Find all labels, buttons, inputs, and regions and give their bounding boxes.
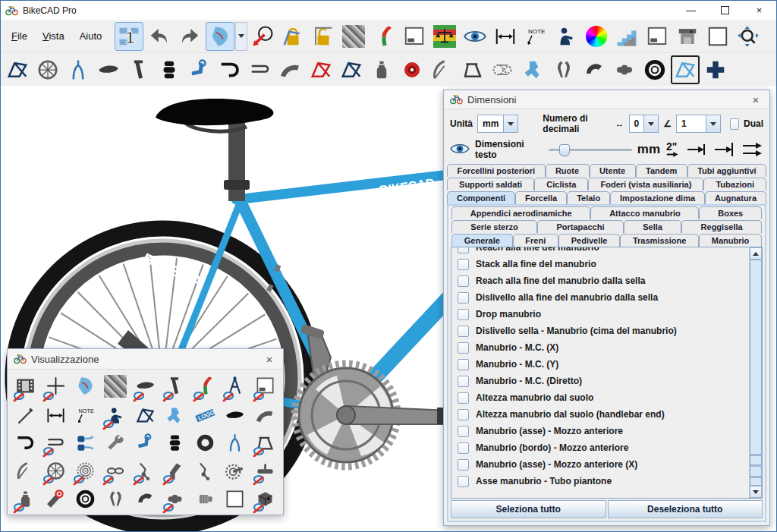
frame-decal-2-icon[interactable] [337, 55, 366, 84]
dimension-list-item[interactable]: Manubrio (asse) - Mozzo anteriore (X) [458, 456, 749, 473]
derailleur-icon[interactable] [131, 457, 160, 485]
tab-appendici-aerodinamiche[interactable]: Appendici aerodinamiche [451, 206, 590, 219]
tab-forcella[interactable]: Forcella [515, 191, 567, 204]
color-wheel-icon[interactable] [582, 22, 611, 51]
item-checkbox[interactable] [458, 275, 469, 287]
item-checkbox[interactable] [458, 342, 469, 354]
tab-trasmissione[interactable]: Trasmissione [620, 234, 699, 247]
combo-arrow-icon[interactable] [503, 115, 517, 132]
tire-icon[interactable] [640, 55, 669, 84]
dimension-list-item[interactable]: Manubrio (asse) - Mozzo anteriore [458, 423, 749, 439]
text-size-slider[interactable] [549, 143, 632, 156]
item-checkbox[interactable] [458, 476, 469, 487]
arrow-style-1-button[interactable] [685, 140, 708, 159]
headset-icon[interactable] [155, 55, 184, 84]
frame-decal-1-icon[interactable] [307, 55, 335, 84]
photo-icon[interactable] [339, 22, 368, 51]
headset-icon[interactable] [160, 430, 190, 458]
tab-manubrio[interactable]: Manubrio [699, 234, 762, 247]
dimension-list-item[interactable]: Asse manubrio - Tubo piantone [458, 473, 749, 490]
tire-icon[interactable] [71, 485, 100, 513]
item-checkbox[interactable] [458, 326, 469, 337]
angle-decimals-combobox[interactable]: 1 [676, 115, 720, 133]
front-derailleur-icon[interactable] [190, 457, 220, 485]
fender-stay-icon[interactable] [11, 457, 40, 485]
blank-box-icon[interactable] [220, 485, 250, 513]
brake-pads-icon[interactable] [71, 430, 100, 458]
zoom-fit-icon[interactable] [734, 22, 763, 51]
stack-chart-icon[interactable] [612, 22, 641, 51]
dimension-list-item[interactable]: Dislivello alla fine del manubrio dalla … [458, 289, 749, 306]
add-part-icon[interactable] [701, 55, 730, 84]
chainguard-icon[interactable] [250, 401, 280, 430]
menu-aiuto[interactable]: Aiuto [72, 27, 110, 45]
bottle-icon[interactable] [11, 485, 40, 513]
wrench-icon[interactable] [100, 430, 130, 458]
item-checkbox[interactable] [458, 392, 469, 404]
cassette-icon[interactable] [71, 457, 100, 485]
scroll-up-icon[interactable] [750, 247, 762, 260]
new-design-icon[interactable] [115, 22, 143, 51]
combo-arrow-icon[interactable] [706, 115, 720, 132]
wheel-icon[interactable] [33, 55, 62, 84]
paint-scheme-icon[interactable] [190, 371, 220, 401]
inch-units-button[interactable] [665, 140, 680, 159]
rider-icon[interactable] [552, 22, 580, 51]
hub-gear-icon[interactable] [190, 485, 220, 513]
deselect-all-button[interactable]: Deseleziona tutto [608, 500, 763, 518]
tab-tubazioni[interactable]: Tubazioni [703, 178, 766, 190]
dimension-list-item[interactable]: Drop manubrio [458, 306, 749, 323]
spacer-icon[interactable] [190, 430, 220, 458]
dimension-list-item[interactable]: Altezza manubrio dal suolo [458, 389, 749, 406]
handlebar-icon[interactable] [215, 55, 244, 84]
saddle-black-icon[interactable] [220, 401, 250, 430]
print-3d-icon[interactable] [673, 22, 702, 51]
menu-file[interactable]: File [4, 27, 35, 45]
visibility-eye-icon[interactable] [450, 142, 470, 158]
tab-reggisella[interactable]: Reggisella [681, 220, 762, 233]
seat-shape-icon[interactable] [71, 371, 100, 401]
item-checkbox[interactable] [458, 409, 469, 420]
chain-icon[interactable] [100, 457, 130, 485]
tab-utente[interactable]: Utente [590, 164, 636, 177]
item-checkbox[interactable] [458, 359, 469, 370]
scrollbar-thumb[interactable] [750, 260, 762, 486]
item-checkbox[interactable] [458, 292, 469, 304]
tab-supporti-saldati[interactable]: Supporti saldati [447, 178, 534, 190]
dimension-list-item[interactable]: Altezza manubrio dal suolo (handlebar en… [458, 406, 749, 423]
close-button[interactable]: × [742, 1, 776, 20]
item-checkbox[interactable] [458, 459, 469, 471]
tab-boxes[interactable]: Boxes [699, 206, 762, 219]
crankset-icon[interactable] [220, 457, 250, 485]
fork-icon[interactable] [220, 430, 250, 458]
tab-ruote[interactable]: Ruote [546, 164, 590, 177]
undo-icon[interactable] [145, 22, 174, 51]
stem-icon[interactable] [131, 430, 160, 458]
tab-ciclista[interactable]: Ciclista [534, 178, 588, 190]
scroll-down-icon[interactable] [750, 486, 762, 498]
unlock-icon[interactable] [309, 22, 338, 51]
hanger-icon[interactable] [160, 401, 190, 430]
tab-forcellini-posteriori[interactable]: Forcellini posteriori [447, 164, 546, 177]
item-checkbox[interactable] [458, 426, 469, 437]
tab-tubi-aggiuntivi[interactable]: Tubi aggiuntivi [687, 164, 766, 177]
mm-units-button[interactable]: mm [637, 142, 660, 157]
compass-icon[interactable] [220, 371, 250, 401]
aerobar-icon[interactable] [246, 55, 275, 84]
tab-tandem[interactable]: Tandem [636, 164, 687, 177]
dimension-list-item[interactable]: Manubrio - M.C. (Diretto) [458, 373, 749, 389]
notes-icon[interactable] [400, 22, 429, 51]
list-scrollbar[interactable] [749, 247, 762, 498]
fork-icon[interactable] [64, 55, 93, 84]
chainguard-icon[interactable] [276, 55, 305, 84]
tab-pedivelle[interactable]: Pedivelle [558, 234, 620, 247]
item-checkbox[interactable] [458, 376, 469, 387]
dimension-arrows-icon[interactable] [40, 401, 70, 430]
frame-icon[interactable] [131, 401, 160, 430]
seatpost-icon[interactable] [124, 55, 153, 84]
dialog-close-icon[interactable]: × [748, 93, 763, 106]
tab-generale[interactable]: Generale [451, 234, 513, 247]
item-checkbox[interactable] [458, 259, 469, 270]
export-bike-icon[interactable] [248, 22, 277, 51]
pedal-icon[interactable] [250, 457, 280, 485]
